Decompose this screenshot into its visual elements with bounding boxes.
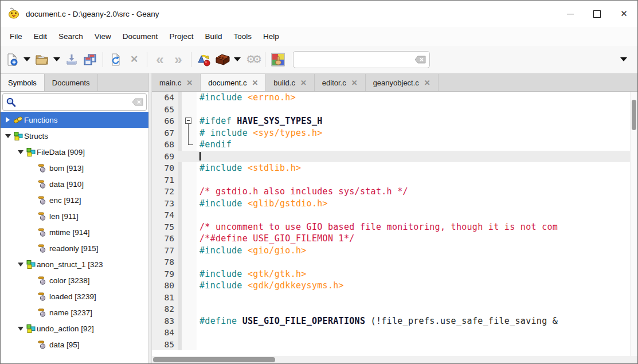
line-number: 79 [152, 268, 178, 280]
code-line[interactable]: 75/* uncomment to use GIO based file mon… [152, 221, 630, 233]
editor-tab-document.c[interactable]: document.c✕ [201, 74, 266, 91]
code-line[interactable]: 77#include <gio/gio.h> [152, 245, 630, 257]
tree-item[interactable]: loaded [3239] [1, 288, 148, 304]
code-line[interactable]: 76/*#define USE_GIO_FILEMON 1*/ [152, 233, 630, 245]
fold-start-marker[interactable] [182, 115, 197, 127]
code-line[interactable]: 85 [152, 339, 630, 351]
fold-margin [182, 256, 197, 268]
open-file-dropdown[interactable] [51, 49, 62, 70]
editor-tab-editor.c[interactable]: editor.c✕ [315, 74, 366, 91]
line-number: 76 [152, 233, 178, 245]
code-line[interactable]: 83#define USE_GIO_FILE_OPERATIONS (!file… [152, 315, 630, 327]
expander-icon[interactable] [15, 320, 25, 336]
expander-icon[interactable] [3, 112, 13, 128]
sidebar-tab-symbols[interactable]: Symbols [1, 74, 45, 91]
code-line[interactable]: 71 [152, 174, 630, 186]
sidebar-tab-documents[interactable]: Documents [45, 74, 98, 91]
expander-icon[interactable] [15, 144, 25, 160]
tree-item[interactable]: FileData [909] [1, 144, 148, 160]
build-dropdown[interactable] [232, 49, 243, 70]
code-line[interactable]: 74 [152, 209, 630, 221]
menu-project[interactable]: Project [163, 27, 199, 46]
tree-item[interactable]: bom [913] [1, 160, 148, 176]
code-line[interactable]: 78 [152, 256, 630, 268]
menu-help[interactable]: Help [257, 27, 285, 46]
vertical-scrollbar[interactable] [630, 92, 637, 356]
code-line[interactable]: 81 [152, 292, 630, 304]
tree-item[interactable]: color [3238] [1, 272, 148, 288]
menu-view[interactable]: View [89, 27, 117, 46]
functions-icon [13, 115, 24, 125]
code-line[interactable]: 66#ifdef HAVE_SYS_TYPES_H [152, 115, 630, 127]
code-line[interactable]: 70#include <stdlib.h> [152, 162, 630, 174]
clear-icon[interactable] [414, 56, 426, 64]
close-file-button[interactable]: ✕ [125, 49, 143, 70]
line-number: 84 [152, 327, 178, 339]
symbols-filter-input[interactable] [19, 97, 132, 107]
code-line[interactable]: 72/* gstdio.h also includes sys/stat.h *… [152, 186, 630, 198]
code-line[interactable]: 64#include <errno.h> [152, 92, 630, 104]
color-chooser-button[interactable] [269, 49, 287, 70]
tree-item[interactable]: Functions [1, 112, 148, 128]
horizontal-scrollbar-thumb[interactable] [153, 357, 275, 362]
editor-tab-build.c[interactable]: build.c✕ [266, 74, 314, 91]
expander-icon[interactable] [15, 256, 25, 272]
menu-edit[interactable]: Edit [28, 27, 53, 46]
tab-close-icon[interactable]: ✕ [252, 79, 258, 87]
save-all-button[interactable] [81, 49, 99, 70]
expander-icon [28, 208, 38, 224]
horizontal-scrollbar[interactable] [152, 356, 637, 363]
tab-close-icon[interactable]: ✕ [186, 79, 193, 87]
run-button[interactable]: ⚙⚙ [243, 49, 261, 70]
tab-close-icon[interactable]: ✕ [351, 79, 358, 87]
code-line[interactable]: 65 [152, 104, 630, 116]
code-line[interactable]: 84 [152, 327, 630, 339]
compile-button[interactable] [195, 49, 213, 70]
tree-item[interactable]: Structs [1, 128, 148, 144]
titlebar: document.c - D:\geany-2.0\src - Geany ✕ [1, 1, 637, 27]
menu-build[interactable]: Build [199, 27, 228, 46]
code-line[interactable]: 79#include <gtk/gtk.h> [152, 268, 630, 280]
menu-tools[interactable]: Tools [228, 27, 257, 46]
tree-item[interactable]: len [911] [1, 208, 148, 224]
menu-search[interactable]: Search [53, 27, 89, 46]
tree-item[interactable]: name [3237] [1, 304, 148, 320]
minimize-button[interactable] [557, 1, 584, 27]
tree-item[interactable]: mtime [914] [1, 224, 148, 240]
vertical-scrollbar-thumb[interactable] [632, 100, 636, 130]
clear-icon[interactable] [132, 98, 143, 106]
code-text [197, 256, 630, 268]
navigate-forward-button[interactable]: » [169, 49, 187, 70]
editor-tab-main.c[interactable]: main.c✕ [152, 74, 201, 91]
save-file-button[interactable] [62, 49, 81, 70]
open-file-button[interactable] [33, 49, 51, 70]
tree-item[interactable]: anon_struct_1 [323 [1, 256, 148, 272]
toolbar-search-input[interactable] [297, 54, 414, 64]
tree-item[interactable]: enc [912] [1, 192, 148, 208]
close-button[interactable]: ✕ [610, 1, 637, 27]
expander-icon[interactable] [3, 128, 13, 144]
code-line[interactable]: 82 [152, 303, 630, 315]
code-view[interactable]: 64#include <errno.h>6566#ifdef HAVE_SYS_… [152, 92, 630, 356]
navigate-back-button[interactable]: « [151, 49, 169, 70]
code-line[interactable]: 67# include <sys/types.h> [152, 127, 630, 139]
editor-tab-geanyobject.c[interactable]: geanyobject.c✕ [366, 74, 439, 91]
tree-item[interactable]: readonly [915] [1, 240, 148, 256]
new-file-button[interactable] [3, 49, 21, 70]
tree-item[interactable]: undo_action [92] [1, 320, 148, 336]
tree-item[interactable]: data [910] [1, 176, 148, 192]
code-line[interactable]: 73#include <glib/gstdio.h> [152, 198, 630, 210]
code-line[interactable]: 68#endif [152, 139, 630, 151]
tree-item[interactable]: data [95] [1, 336, 148, 353]
menu-document[interactable]: Document [117, 27, 164, 46]
revert-button[interactable] [107, 49, 125, 70]
maximize-button[interactable] [584, 1, 610, 27]
menu-file[interactable]: File [4, 27, 28, 46]
code-line[interactable]: 69 [152, 151, 630, 163]
toolbar-overflow-button[interactable] [618, 49, 629, 70]
tab-close-icon[interactable]: ✕ [300, 79, 307, 87]
new-file-dropdown[interactable] [21, 49, 33, 70]
tab-close-icon[interactable]: ✕ [424, 79, 430, 87]
code-line[interactable]: 80#include <gdk/gdkkeysyms.h> [152, 280, 630, 292]
build-button[interactable] [213, 49, 232, 70]
